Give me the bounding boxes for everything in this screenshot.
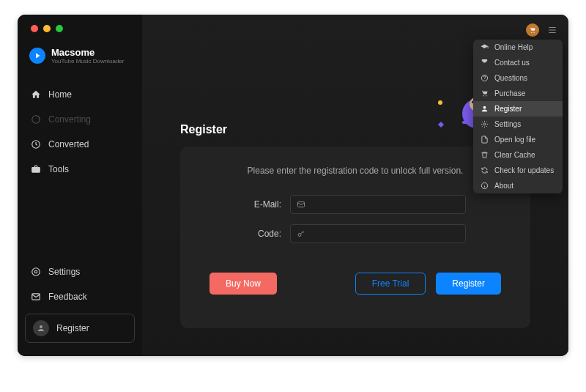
menu-label: Purchase (494, 89, 525, 97)
svg-point-19 (483, 123, 486, 125)
button-row: Buy Now Free Trial Register (209, 273, 501, 295)
sidebar-register-label: Register (56, 323, 89, 333)
window-controls (31, 25, 63, 32)
user-icon (481, 105, 489, 113)
svg-point-16 (483, 95, 483, 96)
sidebar-bottom: Settings Feedback Register (18, 259, 142, 356)
buy-now-button[interactable]: Buy Now (209, 273, 277, 295)
menu-label: Questions (494, 74, 527, 82)
sidebar-item-tools[interactable]: Tools (18, 157, 142, 182)
minimize-window-button[interactable] (43, 25, 51, 32)
menu-questions[interactable]: Questions (473, 70, 563, 86)
sidebar-item-settings[interactable]: Settings (18, 259, 142, 284)
code-row: Code: (209, 224, 501, 243)
svg-point-7 (533, 32, 534, 33)
sidebar-item-label: Converting (48, 114, 91, 125)
email-label: E-Mail: (245, 199, 281, 210)
menu-about[interactable]: About (473, 178, 563, 193)
briefcase-icon (31, 164, 41, 174)
sidebar-item-label: Tools (48, 164, 69, 174)
graduation-cap-icon (481, 43, 489, 51)
user-avatar-icon (33, 320, 49, 336)
email-input[interactable] (290, 195, 466, 214)
svg-point-14 (298, 234, 301, 237)
sidebar-nav: Home Converting Converted Tools (18, 82, 142, 182)
menu-clear-cache[interactable]: Clear Cache (473, 147, 563, 163)
sidebar-item-label: Settings (48, 267, 80, 277)
svg-point-2 (34, 270, 37, 273)
menu-open-log[interactable]: Open log file (473, 132, 563, 147)
progress-icon (31, 114, 41, 125)
menu-check-updates[interactable]: Check for updates (473, 163, 563, 178)
menu-label: Settings (494, 120, 521, 128)
svg-point-6 (531, 32, 532, 33)
sidebar-item-label: Converted (48, 139, 89, 149)
sidebar: Macsome YouTube Music Downloader Home Co… (18, 15, 142, 356)
gear-icon (31, 267, 41, 277)
sidebar-item-label: Home (48, 89, 72, 100)
svg-point-8 (438, 100, 442, 105)
sidebar-item-converted[interactable]: Converted (18, 132, 142, 157)
email-row: E-Mail: (209, 195, 501, 214)
menu-label: About (494, 182, 513, 190)
page-title: Register (180, 123, 227, 136)
menu-contact-us[interactable]: Contact us (473, 55, 563, 70)
menu-label: Check for updates (494, 166, 554, 174)
menu-label: Contact us (494, 59, 530, 67)
topbar (526, 23, 558, 37)
app-brand: Macsome (51, 47, 124, 58)
cart-icon (481, 89, 489, 97)
svg-point-5 (40, 325, 42, 328)
app-logo-area: Macsome YouTube Music Downloader (18, 47, 142, 82)
sidebar-register-button[interactable]: Register (25, 314, 135, 343)
sidebar-item-converting[interactable]: Converting (18, 107, 142, 132)
envelope-icon (297, 200, 305, 209)
menu-label: Clear Cache (494, 151, 535, 159)
refresh-icon (481, 166, 489, 174)
mail-icon (31, 292, 41, 302)
app-logo-text: Macsome YouTube Music Downloader (51, 47, 124, 64)
code-input[interactable] (290, 224, 466, 243)
maximize-window-button[interactable] (56, 25, 63, 32)
svg-point-3 (32, 268, 40, 276)
gear-icon (481, 120, 489, 128)
svg-point-17 (486, 95, 486, 96)
clock-icon (31, 139, 41, 149)
main-content: Register Please enter the registration c… (142, 15, 568, 356)
key-icon (297, 229, 305, 238)
question-icon (481, 74, 489, 82)
menu-online-help[interactable]: Online Help (473, 40, 563, 55)
svg-point-18 (483, 106, 486, 109)
phone-icon (481, 59, 489, 67)
close-window-button[interactable] (31, 25, 38, 32)
app-subtitle: YouTube Music Downloader (51, 58, 124, 64)
file-icon (481, 136, 489, 144)
register-button[interactable]: Register (436, 273, 501, 295)
dropdown-menu: Online Help Contact us Questions Purchas… (473, 40, 563, 193)
menu-label: Open log file (494, 136, 535, 144)
menu-label: Register (494, 105, 522, 113)
code-label: Code: (245, 229, 281, 239)
hamburger-menu-icon[interactable] (546, 24, 558, 36)
app-logo-icon (29, 48, 45, 64)
free-trial-button[interactable]: Free Trial (355, 273, 426, 295)
sidebar-item-home[interactable]: Home (18, 82, 142, 107)
instruction-text: Please enter the registration code to un… (209, 166, 501, 176)
menu-register[interactable]: Register (473, 101, 563, 117)
menu-purchase[interactable]: Purchase (473, 86, 563, 101)
menu-label: Online Help (494, 43, 533, 51)
home-icon (31, 89, 41, 100)
info-icon (481, 182, 489, 190)
app-window: Macsome YouTube Music Downloader Home Co… (18, 15, 568, 356)
trash-icon (481, 151, 489, 159)
sidebar-item-feedback[interactable]: Feedback (18, 284, 142, 309)
sidebar-item-label: Feedback (48, 292, 87, 302)
cart-icon[interactable] (526, 23, 539, 37)
menu-settings[interactable]: Settings (473, 117, 563, 132)
